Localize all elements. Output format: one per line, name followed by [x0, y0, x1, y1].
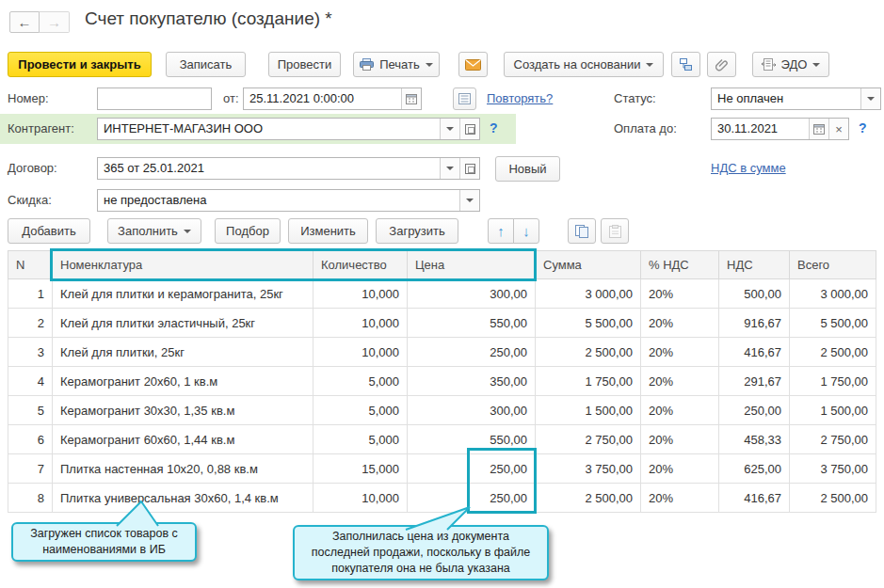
- table-cell[interactable]: 350,00: [408, 367, 536, 396]
- date-value[interactable]: 25.11.2021 0:00:00: [244, 88, 401, 109]
- table-cell[interactable]: 2 500,00: [790, 338, 876, 367]
- add-row-button[interactable]: Добавить: [8, 218, 90, 244]
- table-cell[interactable]: 291,67: [719, 367, 790, 396]
- table-cell[interactable]: 416,67: [719, 484, 790, 513]
- number-field[interactable]: [97, 87, 212, 110]
- table-cell[interactable]: 1 500,00: [790, 396, 876, 425]
- table-cell[interactable]: 2: [8, 309, 53, 338]
- column-header-amount[interactable]: Сумма: [536, 251, 641, 279]
- move-down-button[interactable]: ↓: [513, 218, 539, 244]
- number-value[interactable]: [98, 88, 211, 109]
- table-cell[interactable]: 2 750,00: [536, 425, 641, 454]
- table-cell[interactable]: 5 500,00: [790, 309, 876, 338]
- table-cell[interactable]: Клей для плитки и керамогранита, 25кг: [53, 279, 313, 309]
- table-cell[interactable]: 6: [8, 425, 53, 454]
- table-cell[interactable]: Керамогранит 60х60, 1,44 кв.м: [53, 425, 313, 454]
- edo-button[interactable]: ЭДО: [752, 52, 829, 77]
- table-cell[interactable]: Керамогранит 20х60, 1 кв.м: [53, 367, 313, 396]
- column-header-total[interactable]: Всего: [790, 251, 876, 279]
- paste-button[interactable]: [601, 218, 629, 244]
- table-cell[interactable]: 20%: [641, 367, 719, 396]
- table-cell[interactable]: 250,00: [408, 484, 536, 513]
- column-header-nomenclature[interactable]: Номенклатура: [53, 251, 313, 279]
- post-and-close-button[interactable]: Провести и закрыть: [8, 52, 152, 77]
- counterparty-check-icon[interactable]: ?: [490, 120, 498, 135]
- table-cell[interactable]: 4: [8, 367, 53, 396]
- table-cell[interactable]: 5: [8, 396, 53, 425]
- status-value[interactable]: Не оплачен: [712, 88, 860, 109]
- table-cell[interactable]: 5,000: [313, 425, 408, 454]
- table-row[interactable]: 8Плитка универсальная 30х60, 1,4 кв.м10,…: [8, 484, 876, 513]
- fill-button[interactable]: Заполнить: [107, 218, 201, 244]
- contract-value[interactable]: 365 от 25.01.2021: [98, 158, 440, 179]
- table-cell[interactable]: 300,00: [408, 279, 536, 309]
- table-cell[interactable]: 5 500,00: [536, 309, 641, 338]
- table-cell[interactable]: 1 750,00: [536, 367, 641, 396]
- table-cell[interactable]: 3: [8, 338, 53, 367]
- table-row[interactable]: 5Керамогранит 30х30, 1,35 кв.м5,000300,0…: [8, 396, 876, 425]
- new-contract-button[interactable]: Новый: [495, 156, 560, 182]
- table-cell[interactable]: 20%: [641, 484, 719, 513]
- table-row[interactable]: 6Керамогранит 60х60, 1,44 кв.м5,000550,0…: [8, 425, 876, 454]
- table-cell[interactable]: 1 500,00: [536, 396, 641, 425]
- table-cell[interactable]: 458,33: [719, 425, 790, 454]
- clear-icon[interactable]: ×: [828, 119, 848, 139]
- contract-field[interactable]: 365 от 25.01.2021: [97, 157, 480, 180]
- table-row[interactable]: 4Керамогранит 20х60, 1 кв.м5,000350,001 …: [8, 367, 876, 396]
- table-cell[interactable]: 250,00: [408, 454, 536, 484]
- chevron-down-icon[interactable]: [860, 88, 880, 109]
- document-log-button[interactable]: [453, 87, 476, 110]
- table-cell[interactable]: 625,00: [719, 454, 790, 484]
- table-cell[interactable]: 5,000: [313, 367, 408, 396]
- chevron-down-icon[interactable]: [440, 119, 459, 139]
- table-cell[interactable]: 10,000: [313, 338, 408, 367]
- create-based-on-button[interactable]: Создать на основании: [504, 52, 664, 77]
- send-email-button[interactable]: [458, 52, 488, 77]
- column-header-vat[interactable]: НДС: [719, 251, 790, 279]
- counterparty-field[interactable]: ИНТЕРНЕТ-МАГАЗИН ООО: [97, 118, 480, 140]
- table-cell[interactable]: 10,000: [313, 279, 408, 309]
- table-row[interactable]: 1Клей для плитки и керамогранита, 25кг10…: [8, 279, 876, 309]
- table-cell[interactable]: 10,000: [313, 484, 408, 513]
- open-form-icon[interactable]: [459, 119, 479, 139]
- pay-until-help-icon[interactable]: ?: [859, 120, 867, 135]
- column-header-price[interactable]: Цена: [408, 251, 536, 279]
- counterparty-value[interactable]: ИНТЕРНЕТ-МАГАЗИН ООО: [98, 119, 440, 139]
- move-up-button[interactable]: ↑: [488, 218, 514, 244]
- vat-in-total-link[interactable]: НДС в сумме: [711, 161, 786, 175]
- column-header-n[interactable]: N: [8, 251, 53, 279]
- pick-button[interactable]: Подбор: [215, 218, 281, 244]
- table-cell[interactable]: 300,00: [408, 396, 536, 425]
- table-cell[interactable]: 250,00: [408, 338, 536, 367]
- table-cell[interactable]: Плитка универсальная 30х60, 1,4 кв.м: [53, 484, 313, 513]
- discount-value[interactable]: не предоставлена: [98, 190, 459, 211]
- date-field[interactable]: 25.11.2021 0:00:00: [243, 87, 422, 110]
- table-cell[interactable]: 250,00: [719, 396, 790, 425]
- table-cell[interactable]: 916,67: [719, 309, 790, 338]
- table-cell[interactable]: Клей для плитки, 25кг: [53, 338, 313, 367]
- table-cell[interactable]: 1: [8, 279, 53, 309]
- table-cell[interactable]: 15,000: [313, 454, 408, 484]
- table-cell[interactable]: 20%: [641, 454, 719, 484]
- post-button[interactable]: Провести: [268, 52, 341, 77]
- save-button[interactable]: Записать: [166, 52, 246, 77]
- table-cell[interactable]: 3 000,00: [536, 279, 641, 309]
- table-cell[interactable]: 20%: [641, 338, 719, 367]
- table-cell[interactable]: 5,000: [313, 396, 408, 425]
- edit-button[interactable]: Изменить: [288, 218, 368, 244]
- table-cell[interactable]: 20%: [641, 279, 719, 309]
- table-cell[interactable]: 3 000,00: [790, 279, 876, 309]
- load-button[interactable]: Загрузить: [376, 218, 458, 244]
- table-cell[interactable]: 2 500,00: [536, 338, 641, 367]
- forward-button[interactable]: →: [40, 11, 70, 33]
- status-select[interactable]: Не оплачен: [711, 87, 881, 110]
- column-header-quantity[interactable]: Количество: [313, 251, 408, 279]
- table-cell[interactable]: 500,00: [719, 279, 790, 309]
- table-cell[interactable]: Плитка настенная 10х20, 0,88 кв.м: [53, 454, 313, 484]
- table-cell[interactable]: 2 750,00: [790, 425, 876, 454]
- copy-button[interactable]: [568, 218, 596, 244]
- chevron-down-icon[interactable]: [459, 190, 479, 211]
- table-cell[interactable]: 3 750,00: [790, 454, 876, 484]
- table-cell[interactable]: 2 500,00: [536, 484, 641, 513]
- pay-until-field[interactable]: 30.11.2021 ×: [711, 118, 849, 140]
